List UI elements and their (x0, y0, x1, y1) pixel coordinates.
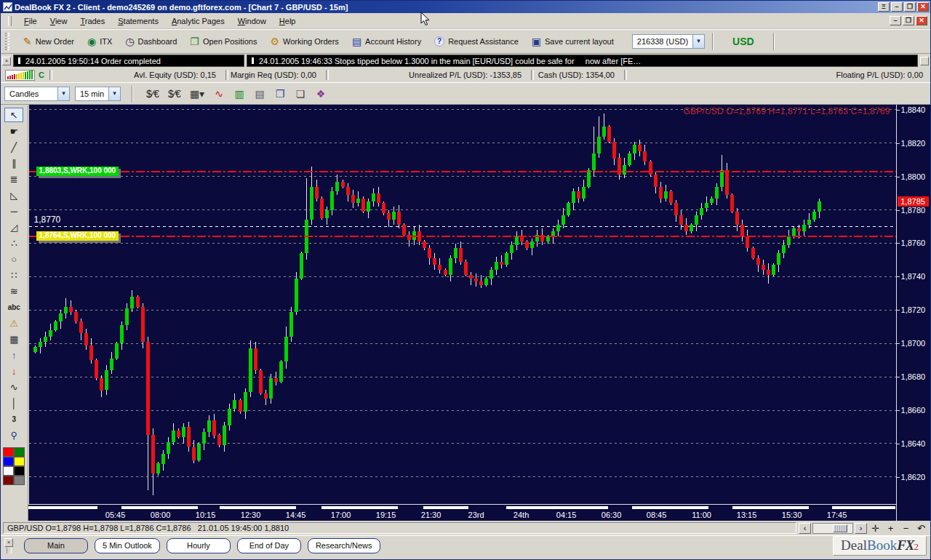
ticker-close-button[interactable]: × (2, 57, 11, 65)
field-divider[interactable] (531, 70, 534, 80)
fibonacci-arcs-tool[interactable]: ≋ (4, 284, 23, 298)
field-divider[interactable] (49, 70, 52, 80)
chart-settings-tool[interactable]: ❖ (313, 87, 329, 101)
tabbar-close-button[interactable]: × (4, 538, 13, 547)
color-swatch[interactable] (14, 457, 25, 466)
field-divider[interactable] (624, 70, 627, 80)
sell-arrow-tool[interactable]: ↓ (4, 364, 23, 378)
menu-window[interactable]: Window (231, 15, 273, 28)
menu-trades[interactable]: Trades (73, 15, 111, 28)
diary-tool[interactable]: ❒ (272, 87, 288, 101)
fibonacci-levels-tool[interactable]: ∴ (4, 236, 23, 250)
chevron-down-icon[interactable]: ▾ (108, 87, 120, 100)
tab-research-news[interactable]: Research/News (308, 538, 380, 553)
buy-arrow-tool[interactable]: ↑ (4, 348, 23, 362)
menu-view[interactable]: View (44, 15, 74, 28)
menu-file[interactable]: File (17, 15, 44, 28)
account-field-0: Avl. Equity (USD): 0,15 (55, 71, 223, 79)
pan-mode-button[interactable]: ✛ (868, 523, 882, 534)
vertical-line-tool[interactable]: │ (4, 396, 23, 410)
close-button[interactable]: ✕ (917, 2, 929, 12)
color-swatch[interactable] (14, 447, 25, 457)
dashboard-button[interactable]: ◷Dashboard (119, 33, 183, 49)
order-status-message: 24.01.2005 19:50:14 Order completed (13, 55, 244, 67)
toolbar-grip[interactable] (5, 33, 9, 50)
horizontal-line-tool[interactable]: ─ (4, 204, 23, 218)
reset-view-button[interactable]: ↶ (914, 523, 928, 534)
request-assistance-button[interactable]: ?Request Assistance (428, 33, 525, 49)
color-swatch[interactable] (14, 476, 25, 485)
chart-plot[interactable]: GBP/USD O=1,8769 H=1,8771 L=1,8763 C=1,8… (28, 105, 896, 504)
working-order-label-0[interactable]: 1,8803,S,WRK,100 000 (36, 167, 119, 176)
menu-grip[interactable] (8, 16, 12, 26)
color-swatch[interactable] (3, 447, 14, 457)
open-positions-button[interactable]: ❐Open Positions (183, 33, 263, 49)
working-order-label-1[interactable]: 1,8764,S,WRK,100 000 (36, 231, 119, 241)
new-order-button[interactable]: ✎New Order (17, 33, 81, 49)
field-divider[interactable] (225, 70, 228, 80)
child-close-button[interactable]: ✕ (916, 16, 927, 25)
ticker-more-button[interactable] (920, 57, 929, 65)
status-text: GBP/USD O=1,8798 H=1,8798 L=1,8786 C=1,8… (3, 522, 796, 534)
pan-tool[interactable]: ☛ (4, 124, 23, 138)
grid-options-tool[interactable]: ▦▾ (188, 87, 207, 101)
child-restore-button[interactable]: ❐ (903, 16, 914, 25)
color-swatch[interactable] (3, 466, 14, 476)
tab-hourly[interactable]: Hourly (167, 538, 231, 553)
restore-button[interactable]: ❐ (904, 2, 916, 12)
zoom-out-button[interactable]: − (899, 523, 913, 534)
color-swatch[interactable] (3, 476, 14, 485)
calculator-tool[interactable]: ▦ (4, 332, 23, 346)
zoom-tool[interactable]: ⚲ (4, 428, 23, 442)
chart-type-select[interactable]: Candles ▾ (4, 87, 70, 101)
elliott-wave-tool[interactable]: 3 (4, 412, 23, 426)
menu-help[interactable]: Help (273, 15, 303, 28)
parallel-lines-tool[interactable]: ∥ (4, 156, 23, 170)
window-shade-button[interactable]: Ξ (878, 2, 890, 12)
save-layout-button[interactable]: ▣Save current layout (525, 33, 620, 49)
account-select[interactable]: 216338 (USD) ▾ (632, 34, 705, 49)
speed-lines-tool[interactable]: ◿ (4, 220, 23, 234)
chart-style-tool[interactable]: ▥ (231, 87, 247, 101)
tab-end-of-day[interactable]: End of Day (237, 538, 301, 553)
tab-main[interactable]: Main (24, 538, 88, 553)
wave-tool[interactable]: ∿ (4, 380, 23, 394)
gann-fan-tool[interactable]: ◺ (4, 188, 23, 202)
interval-select[interactable]: 15 min ▾ (75, 87, 121, 101)
pointer-tool[interactable]: ↖ (4, 108, 23, 122)
ellipse-tool[interactable]: ○ (4, 252, 23, 266)
tab-5-min-outlook[interactable]: 5 Min Outlook (95, 538, 160, 553)
working-orders-button[interactable]: ⚙Working Orders (263, 33, 345, 49)
tabbar-grip[interactable] (7, 548, 12, 553)
chevron-down-icon[interactable]: ▾ (57, 87, 69, 100)
time-axis[interactable]: 05:4508:0010:1512:3014:4517:0019:1521:30… (28, 504, 896, 520)
chart-scrollbar[interactable] (812, 523, 853, 534)
field-divider[interactable] (326, 70, 329, 80)
vertical-levels-tool[interactable]: ∷ (4, 268, 23, 282)
chart-frame-tool[interactable]: ▤ (252, 87, 268, 101)
alert-tool[interactable]: ⚠ (4, 316, 23, 330)
alert-price-label[interactable]: 1,8770 (34, 215, 61, 225)
chevron-down-icon[interactable]: ▾ (692, 35, 704, 48)
price-scale-small-tool[interactable]: $⁄€ (166, 87, 183, 101)
indicators-tool[interactable]: ∿ (211, 87, 227, 101)
itx-button[interactable]: ◉ITX (81, 33, 119, 49)
child-minimize-button[interactable]: – (890, 16, 901, 25)
zoom-in-button[interactable]: + (884, 523, 898, 534)
scroll-right-button[interactable]: › (855, 523, 867, 534)
color-swatch[interactable] (3, 457, 14, 466)
trend-line-tool[interactable]: ╱ (4, 140, 23, 154)
horizontal-levels-tool[interactable]: ≣ (4, 172, 23, 186)
menu-statements[interactable]: Statements (111, 15, 165, 28)
scroll-left-button[interactable]: ‹ (799, 523, 811, 534)
minimize-button[interactable]: – (891, 2, 903, 12)
text-tool[interactable]: abc (4, 300, 23, 314)
price-scale-tool[interactable]: $⁄€ (144, 87, 161, 101)
account-history-button[interactable]: ▤Account History (345, 33, 428, 49)
menu-analytic-pages[interactable]: Analytic Pages (165, 15, 231, 28)
color-swatch[interactable] (14, 466, 25, 476)
price-axis[interactable]: 1,88401,88201,88001,87801,87601,87401,87… (896, 105, 930, 521)
print-tool[interactable]: ❏ (292, 87, 308, 101)
document-icon: ▤ (352, 36, 361, 47)
scrollbar-thumb[interactable] (833, 524, 847, 532)
